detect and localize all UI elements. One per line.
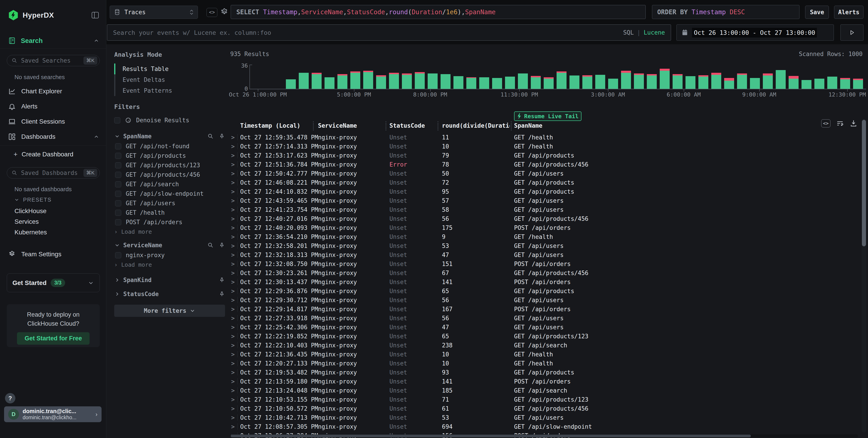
filter-checkbox-item[interactable]: GET /api/products/456	[114, 170, 225, 179]
row-expand-icon[interactable]: >	[231, 206, 235, 213]
row-expand-icon[interactable]: >	[231, 288, 235, 295]
filter-checkbox-item[interactable]: GET /api/slow-endpoint	[114, 189, 225, 198]
table-row[interactable]: >Oct 27 12:57:14.313 PMnginx-proxyUnset1…	[228, 142, 868, 151]
column-divider[interactable]	[385, 121, 386, 130]
checkbox[interactable]	[115, 210, 121, 216]
load-more-spanname[interactable]: › Load more	[114, 227, 225, 236]
chevron-up-icon[interactable]	[93, 134, 99, 140]
more-filters-button[interactable]: More filters	[114, 305, 225, 317]
table-row[interactable]: >Oct 27 12:13:24.048 PMnginx-proxyUnset1…	[228, 386, 868, 395]
row-expand-icon[interactable]: >	[231, 306, 235, 312]
table-row[interactable]: >Oct 27 12:40:20.093 PMnginx-proxyUnset1…	[228, 223, 868, 232]
row-expand-icon[interactable]: >	[231, 324, 235, 331]
row-expand-icon[interactable]: >	[231, 251, 235, 258]
checkbox[interactable]	[115, 172, 121, 178]
sidebar-item-client-sessions[interactable]: Client Sessions	[8, 116, 99, 127]
table-row[interactable]: >Oct 27 12:27:33.918 PMnginx-proxyUnset5…	[228, 313, 868, 323]
sidebar-collapse-icon[interactable]	[91, 11, 99, 19]
pin-icon[interactable]	[219, 291, 225, 297]
table-row[interactable]: >Oct 27 12:32:58.201 PMnginx-proxyUnset5…	[228, 241, 868, 250]
sql-editor-toggle-button[interactable]: <>	[207, 8, 217, 17]
checkbox[interactable]	[115, 153, 121, 159]
row-expand-icon[interactable]: >	[231, 414, 235, 421]
checkbox[interactable]	[115, 181, 121, 188]
column-header-statuscode[interactable]: StatusCode	[390, 122, 425, 129]
column-header-timestamp[interactable]: Timestamp (Local)	[240, 122, 300, 129]
table-row[interactable]: >Oct 27 12:53:17.623 PMnginx-proxyUnset7…	[228, 151, 868, 160]
table-row[interactable]: >Oct 27 12:32:18.313 PMnginx-proxyUnset4…	[228, 250, 868, 259]
preset-clickhouse[interactable]: ClickHouse	[14, 207, 46, 215]
row-expand-icon[interactable]: >	[231, 270, 235, 276]
checkbox[interactable]	[115, 191, 121, 197]
table-row[interactable]: >Oct 27 12:29:30.712 PMnginx-proxyUnset5…	[228, 295, 868, 304]
sidebar-item-alerts[interactable]: Alerts	[8, 101, 99, 112]
filter-checkbox-item[interactable]: nginx-proxy	[114, 250, 225, 260]
filter-group-servicename[interactable]: ServiceName	[114, 240, 225, 250]
table-row[interactable]: >Oct 27 12:30:23.261 PMnginx-proxyUnset6…	[228, 268, 868, 277]
table-row[interactable]: >Oct 27 12:46:08.221 PMnginx-proxyUnset7…	[228, 178, 868, 187]
row-expand-icon[interactable]: >	[231, 188, 235, 195]
lucene-mode-toggle[interactable]: Lucene	[644, 29, 665, 36]
search-icon[interactable]	[207, 242, 214, 248]
row-expand-icon[interactable]: >	[231, 261, 235, 267]
checkbox[interactable]	[114, 117, 120, 124]
column-divider[interactable]	[511, 121, 512, 130]
analysis-mode-option[interactable]: Event Patterns	[114, 85, 225, 96]
pin-icon[interactable]	[219, 277, 225, 283]
filter-checkbox-item[interactable]: GET /api/users	[114, 198, 225, 208]
filter-group-spanname[interactable]: SpanName	[114, 131, 225, 141]
save-button[interactable]: Save	[805, 6, 829, 19]
row-expand-icon[interactable]: >	[231, 378, 235, 385]
row-expand-icon[interactable]: >	[231, 297, 235, 304]
row-expand-icon[interactable]: >	[231, 225, 235, 231]
row-expand-icon[interactable]: >	[231, 161, 235, 168]
saved-dashboards-input[interactable]: Saved Dashboards ⌘K	[7, 167, 100, 178]
table-row[interactable]: >Oct 27 12:22:10.403 PMnginx-proxyUnset2…	[228, 341, 868, 350]
table-row[interactable]: >Oct 27 12:25:42.306 PMnginx-proxyUnset4…	[228, 323, 868, 332]
get-started-box[interactable]: Get Started 3/3	[7, 273, 100, 292]
table-row[interactable]: >Oct 27 12:10:42.713 PMnginx-proxyUnset5…	[228, 413, 868, 422]
source-select[interactable]: Traces	[110, 6, 198, 19]
table-row[interactable]: >Oct 27 12:32:08.750 PMnginx-proxyUnset1…	[228, 259, 868, 268]
table-row[interactable]: >Oct 27 12:40:27.016 PMnginx-proxyUnset5…	[228, 214, 868, 223]
table-row[interactable]: >Oct 27 12:51:36.784 PMnginx-proxyError7…	[228, 160, 868, 169]
column-divider[interactable]	[438, 121, 438, 130]
row-expand-icon[interactable]: >	[231, 179, 235, 186]
resume-live-tail-button[interactable]: Resume Live Tail	[514, 111, 582, 121]
row-expand-icon[interactable]: >	[231, 369, 235, 376]
table-row[interactable]: >Oct 27 12:10:50.572 PMnginx-proxyUnset6…	[228, 404, 868, 413]
get-started-free-button[interactable]: Get Started for Free	[17, 332, 90, 345]
checkbox[interactable]	[115, 200, 121, 206]
filter-group-spankind[interactable]: SpanKind	[114, 273, 225, 287]
column-header-spanname[interactable]: SpanName	[514, 122, 542, 129]
table-row[interactable]: >Oct 27 12:19:53.482 PMnginx-proxyUnset9…	[228, 368, 868, 377]
row-expand-icon[interactable]: >	[231, 197, 235, 204]
sidebar-item-chart-explorer[interactable]: Chart Explorer	[8, 86, 99, 97]
table-row[interactable]: >Oct 27 12:22:19.852 PMnginx-proxyUnset6…	[228, 332, 868, 341]
date-range-input[interactable]: Oct 26 13:00:00 - Oct 27 13:00:00	[677, 25, 834, 41]
row-expand-icon[interactable]: >	[231, 152, 235, 159]
row-expand-icon[interactable]: >	[231, 315, 235, 322]
saved-searches-input[interactable]: Saved Searches ⌘K	[7, 55, 100, 66]
row-expand-icon[interactable]: >	[231, 396, 235, 403]
sidebar-item-dashboards[interactable]: Dashboards	[8, 131, 99, 142]
search-input[interactable]: Search your events w/ Lucene ex. column:…	[107, 25, 671, 41]
checkbox[interactable]	[115, 219, 121, 225]
row-expand-icon[interactable]: >	[231, 134, 235, 141]
run-query-button[interactable]	[840, 25, 864, 41]
preset-services[interactable]: Services	[14, 218, 39, 225]
table-row[interactable]: >Oct 27 12:36:54.210 PMnginx-proxyUnset9…	[228, 232, 868, 241]
row-expand-icon[interactable]: >	[231, 143, 235, 150]
row-expand-icon[interactable]: >	[231, 333, 235, 340]
table-row[interactable]: >Oct 27 12:13:59.180 PMnginx-proxyUnset1…	[228, 377, 868, 386]
filter-group-statuscode[interactable]: StatusCode	[114, 287, 225, 301]
table-row[interactable]: >Oct 27 12:50:42.777 PMnginx-proxyUnset5…	[228, 169, 868, 178]
column-header-duration[interactable]: round(divide(Duration,	[442, 122, 510, 129]
table-row[interactable]: >Oct 27 12:43:59.465 PMnginx-proxyUnset5…	[228, 196, 868, 205]
table-row[interactable]: >Oct 27 12:21:36.435 PMnginx-proxyUnset1…	[228, 350, 868, 359]
table-row[interactable]: >Oct 27 12:41:23.754 PMnginx-proxyUnset5…	[228, 205, 868, 214]
checkbox[interactable]	[115, 252, 121, 258]
sidebar-item-team-settings[interactable]: Team Settings	[8, 248, 99, 260]
analysis-mode-option[interactable]: Event Deltas	[114, 74, 225, 85]
filter-checkbox-item[interactable]: POST /api/orders	[114, 217, 225, 227]
